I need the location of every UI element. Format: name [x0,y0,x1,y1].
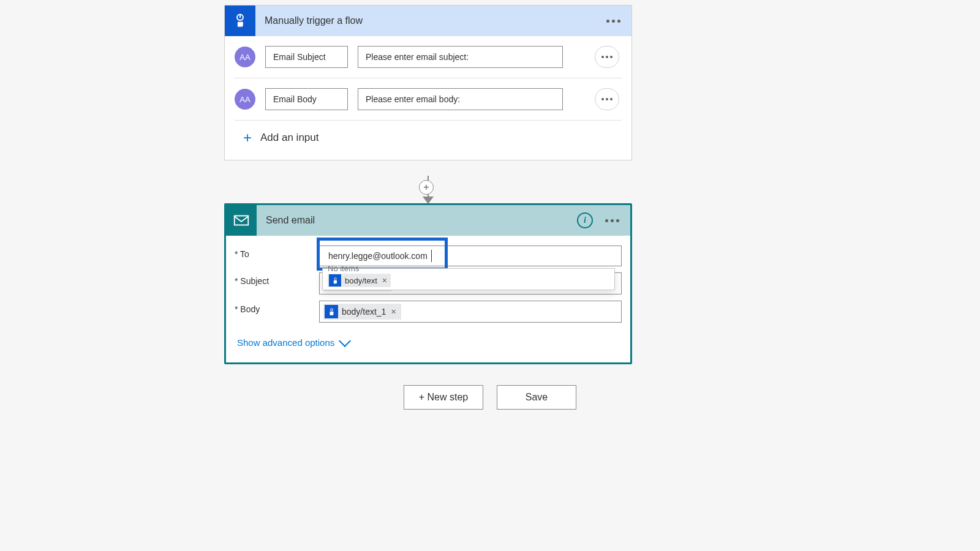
text-type-badge: AA [235,89,255,110]
input-name-field[interactable]: Email Subject [265,46,348,68]
info-icon[interactable]: i [577,212,593,228]
mail-icon [226,205,257,236]
token-suggestion[interactable]: body/text × [328,274,391,287]
subject-label: Subject [235,272,319,286]
send-email-menu-button[interactable] [601,216,623,226]
body-label: Body [235,301,319,314]
insert-step-button[interactable]: + [419,180,434,195]
to-input[interactable]: henry.legge@outlook.com [319,246,622,266]
no-items-label: No items [328,264,609,273]
trigger-title: Manually trigger a flow [255,15,603,26]
token-suggestion-label: body/text [345,276,377,285]
svg-point-5 [331,309,333,311]
to-label: To [235,246,319,259]
trigger-input-row-2: AA Email Body Please enter email body: [225,78,631,120]
flow-token-icon [329,274,341,287]
text-type-badge: AA [235,47,255,67]
body-field-row: Body body/text_1 × [235,301,622,323]
save-button[interactable]: Save [497,385,576,410]
add-input-button[interactable]: + Add an input [225,121,631,160]
dynamic-token-body[interactable]: body/text_1 × [323,304,401,320]
svg-point-3 [334,278,337,280]
send-email-title: Send email [257,215,577,226]
chevron-down-icon [339,335,351,347]
flow-token-icon [325,305,338,318]
to-value: henry.legge@outlook.com [328,251,428,261]
suggestions-popup[interactable]: No items body/text × [322,268,615,290]
input-prompt-field[interactable]: Please enter email body: [358,88,563,110]
plus-icon: + [243,130,252,145]
input-prompt-field[interactable]: Please enter email subject: [358,46,563,68]
send-email-header[interactable]: Send email i [226,205,630,236]
show-advanced-options-button[interactable]: Show advanced options [235,329,622,358]
trigger-card: Manually trigger a flow AA Email Subject… [224,5,632,160]
remove-token-icon[interactable]: × [381,276,387,285]
trigger-header[interactable]: Manually trigger a flow [225,6,631,36]
add-input-label: Add an input [260,132,318,144]
text-cursor-icon [431,250,432,262]
new-step-button[interactable]: + New step [404,385,483,410]
show-advanced-label: Show advanced options [237,337,334,348]
remove-token-icon[interactable]: × [390,307,396,317]
trigger-input-row-1: AA Email Subject Please enter email subj… [225,36,631,78]
to-field-row: To henry.legge@outlook.com [235,246,622,266]
input-name-field[interactable]: Email Body [265,88,348,110]
svg-rect-2 [235,216,249,225]
body-input[interactable]: body/text_1 × [319,301,622,323]
input-menu-button[interactable] [595,46,619,68]
trigger-menu-button[interactable] [603,16,624,26]
input-menu-button[interactable] [595,88,619,110]
token-label: body/text_1 [342,307,386,317]
send-email-card: Send email i To henry.legge@outlook.com … [224,203,632,364]
manual-trigger-icon [225,6,255,36]
